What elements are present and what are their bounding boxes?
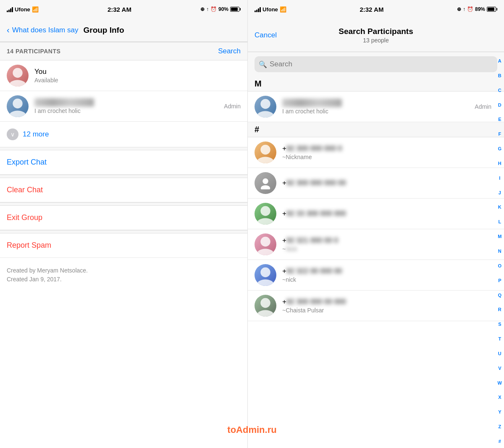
alpha-index-W[interactable]: W [496,381,503,385]
search-bar-container: 🔍 [248,52,504,76]
left-panel: Ufone 📶 2:32 AM ⊕ ↑ ⏰ 90% ‹ What does Is… [0,0,248,448]
export-chat-label[interactable]: Export Chat [7,158,47,167]
right-participant-6[interactable]: +92 300 000 00 000 ~Chaista Pulsar [248,291,504,321]
separator-3 [0,202,247,206]
right-participant-6-status: ~Chaista Pulsar [282,307,491,314]
alpha-index-N[interactable]: N [497,249,503,254]
svg-point-15 [257,279,274,286]
section-header-m: M [248,76,504,92]
right-avatar-meryam [255,96,276,118]
svg-point-14 [260,267,270,277]
more-participants-row[interactable]: ∨ 12 more [0,122,247,147]
exit-group-label[interactable]: Exit Group [7,213,42,222]
participant-name-meryam: Meryam Netsolace [34,98,224,107]
alphabet-index[interactable]: ABCDEFGHIJKLMNOPQRSTUVWXYZ# [496,59,503,444]
right-participant-3-name: +92 33 300 000 000 [282,210,491,218]
right-status-bar: Ufone 📶 2:32 AM ⊕ ↑ ⏰ 89% [248,0,504,18]
back-button[interactable]: ‹ What does Islam say [7,25,78,35]
right-participant-4[interactable]: +92 321 000 00 0 ~Nick [248,229,504,260]
avatar-meryam [7,95,29,117]
left-nav-bar: ‹ What does Islam say Group Info [0,18,247,42]
redacted-name-meryam: Meryam Netsolace [34,98,94,107]
left-battery-icon [230,7,241,12]
participant-info-meryam: Meryam Netsolace I am crochet holic [34,98,224,114]
right-location-icon: ⊕ [457,6,461,12]
right-participant-4-name: +92 321 000 00 0 [282,236,491,245]
right-participant-2[interactable]: +92 300 000 000 00 [248,168,504,199]
right-signal [255,6,261,12]
more-label[interactable]: 12 more [23,130,49,139]
alpha-index-J[interactable]: J [497,191,502,195]
exit-group-row[interactable]: Exit Group [0,206,247,230]
alpha-index-I[interactable]: I [498,176,501,181]
svg-point-5 [257,111,274,118]
alpha-index-U[interactable]: U [497,351,503,356]
search-input[interactable] [270,60,493,68]
svg-point-17 [257,310,274,317]
right-participant-6-info: +92 300 000 00 000 ~Chaista Pulsar [282,298,491,314]
created-info: Created by Meryam Netsolace.Created Jan … [0,258,247,292]
alpha-index-Z[interactable]: Z [497,424,502,429]
alpha-index-S[interactable]: S [497,322,502,327]
participant-name-you: You [34,68,241,76]
alpha-index-K[interactable]: K [497,205,503,210]
alpha-index-G[interactable]: G [497,147,503,151]
alpha-index-V[interactable]: V [497,366,502,371]
alpha-index-Q[interactable]: Q [497,293,503,298]
svg-point-0 [13,68,22,78]
participant-row-meryam[interactable]: Meryam Netsolace I am crochet holic Admi… [0,91,247,122]
alpha-index-A[interactable]: A [497,59,503,63]
left-time: 2:32 AM [108,6,131,13]
left-alarm-icon: ⏰ [210,6,217,12]
right-participant-4-info: +92 321 000 00 0 ~Nick [282,236,491,252]
right-battery-text: 89% [475,6,485,12]
search-button[interactable]: Search [218,47,241,55]
separator-4 [0,230,247,233]
alpha-index-M[interactable]: M [496,234,503,239]
right-participant-1-status: ~Nickname [282,154,491,160]
cancel-button[interactable]: Cancel [255,31,277,39]
back-label[interactable]: What does Islam say [12,26,79,34]
right-meryam-name: Meryam Netsolace [282,99,342,107]
alpha-index-#[interactable]: # [497,439,502,444]
report-spam-row[interactable]: Report Spam [0,233,247,258]
alpha-index-X[interactable]: X [497,395,502,400]
right-participant-5[interactable]: +92 322 00 000 00 ~nick [248,260,504,291]
svg-point-1 [9,80,26,86]
svg-point-6 [260,145,270,155]
right-participant-2-name: +92 300 000 000 00 [282,179,491,187]
right-participant-meryam[interactable]: Meryam Netsolace I am crochet holic Admi… [248,92,504,122]
alpha-index-O[interactable]: O [497,264,503,268]
expand-icon: ∨ [7,128,18,140]
alpha-index-F[interactable]: F [497,132,502,136]
alpha-index-B[interactable]: B [497,73,503,78]
alpha-index-D[interactable]: D [497,103,503,107]
participant-row-you[interactable]: You Available [0,60,247,91]
left-carrier-label: Ufone [15,6,30,13]
alpha-index-E[interactable]: E [497,117,502,122]
right-avatar-1 [255,141,276,163]
search-bar[interactable]: 🔍 [255,56,497,72]
right-participant-3[interactable]: +92 33 300 000 000 [248,199,504,229]
alpha-index-L[interactable]: L [497,220,502,224]
alpha-index-P[interactable]: P [497,278,502,283]
alpha-index-R[interactable]: R [497,307,503,312]
right-avatar-4 [255,233,276,255]
right-scroll-area[interactable]: M Meryam Netsolace I am crochet holic Ad… [248,76,504,448]
svg-point-16 [260,298,270,308]
export-chat-row[interactable]: Export Chat [0,150,247,175]
alpha-index-H[interactable]: H [497,161,503,166]
report-spam-label[interactable]: Report Spam [7,241,51,250]
clear-chat-row[interactable]: Clear Chat [0,178,247,202]
alpha-index-Y[interactable]: Y [497,410,502,414]
svg-point-13 [257,249,274,255]
participant-badge-meryam: Admin [224,103,241,110]
right-participant-1[interactable]: +92 300 000 000 0 ~Nickname [248,137,504,168]
clear-chat-label[interactable]: Clear Chat [7,186,43,194]
alpha-index-T[interactable]: T [497,337,502,341]
alpha-index-C[interactable]: C [497,88,503,93]
participant-info-you: You Available [34,68,241,84]
chevron-left-icon: ‹ [7,25,10,35]
right-avatar-3 [255,203,276,225]
right-panel: Ufone 📶 2:32 AM ⊕ ↑ ⏰ 89% Cancel Search … [248,0,504,448]
